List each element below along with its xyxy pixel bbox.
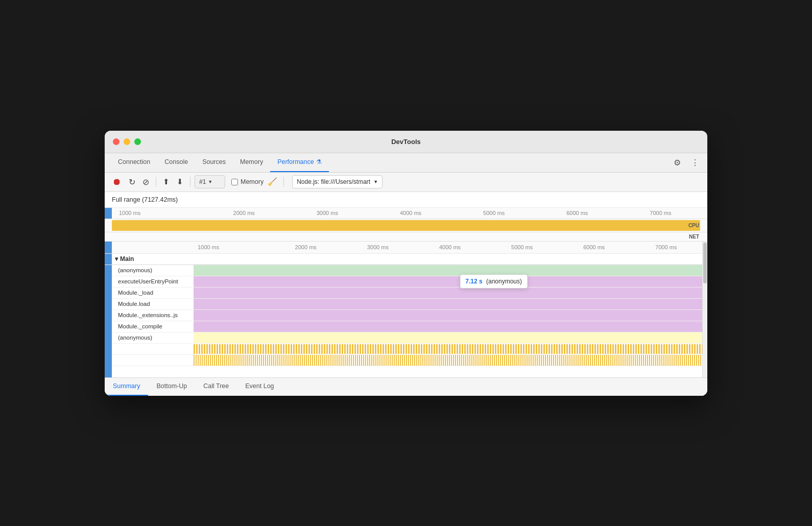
time-markers-row: 1000 ms 2000 ms 3000 ms 4000 ms 5000 ms … (105, 208, 707, 219)
performance-toolbar: ⏺ ↻ ⊘ ⬆ ⬇ #1 ▼ Memory 🧹 Node.js: file://… (105, 173, 707, 192)
main-content: Full range (7127.42ms) 1000 ms 2000 ms 3… (105, 192, 707, 396)
reload-record-button[interactable]: ↻ (126, 176, 138, 188)
tab-performance[interactable]: Performance ⚗ (270, 153, 329, 172)
net-label: NET (689, 234, 699, 240)
maximize-button[interactable] (134, 138, 141, 145)
memory-checkbox[interactable] (231, 179, 238, 185)
empty-track (194, 366, 702, 377)
module-compile-label: Module._compile (112, 321, 194, 332)
flame-time-header: 1000 ms 2000 ms 3000 ms 4000 ms 5000 ms … (105, 242, 707, 254)
mini2-label-space (112, 355, 194, 366)
module-load2-label: Module.load (112, 299, 194, 310)
vertical-scrollbar[interactable] (702, 242, 707, 377)
flame-tooltip: 7.12 s (anonymous) (460, 274, 528, 289)
flame-row-module-ext: Module._extensions..js (105, 310, 707, 321)
reload-icon: ↻ (129, 177, 135, 187)
module-load-track (194, 288, 702, 299)
module-load2-track (194, 299, 702, 310)
clear-button[interactable]: ⊘ (140, 176, 152, 188)
empty-row (105, 366, 707, 377)
bottom-tabs: Summary Bottom-Up Call Tree Event Log (105, 377, 707, 396)
anon1-left-accent (105, 265, 112, 276)
mini-bars-row1 (105, 344, 707, 355)
tab-event-log[interactable]: Event Log (237, 377, 282, 396)
minimize-button[interactable] (124, 138, 130, 145)
time-4000: 4000 ms (369, 210, 452, 216)
tab-sources[interactable]: Sources (195, 153, 233, 172)
close-button[interactable] (113, 138, 120, 145)
flame-time-2000: 2000 ms (270, 244, 342, 250)
upload-button[interactable]: ⬆ (160, 176, 172, 188)
record-button[interactable]: ⏺ (110, 175, 124, 189)
bottom-up-tab-label: Bottom-Up (156, 382, 187, 390)
mini-bars-fill1 (194, 344, 702, 354)
titlebar: DevTools (105, 131, 707, 153)
empty-label (112, 366, 194, 377)
time-3000: 3000 ms (285, 210, 369, 216)
flame-time-3000: 3000 ms (342, 244, 414, 250)
settings-button[interactable]: ⚙ (672, 157, 683, 169)
upload-icon: ⬆ (163, 177, 170, 186)
nav-tabs: Connection Console Sources Memory Perfor… (105, 153, 707, 173)
module-ext-label: Module._extensions..js (112, 310, 194, 321)
flame-row-module-compile: Module._compile (105, 321, 707, 332)
separator-1 (156, 177, 156, 187)
window-controls (113, 138, 141, 145)
memory-checkbox-label: Memory (241, 178, 264, 185)
tab-console-label: Console (164, 158, 188, 165)
mini-bars-fill2 (194, 355, 702, 366)
mini1-label-space (112, 344, 194, 355)
flame-left-accent (105, 242, 112, 253)
event-log-tab-label: Event Log (245, 382, 274, 390)
flame-time-6000: 6000 ms (558, 244, 630, 250)
module-ext-accent (105, 310, 112, 321)
cpu-fill (112, 220, 700, 231)
nav-right-actions: ⚙ ⋮ (672, 157, 701, 169)
tab-memory[interactable]: Memory (233, 153, 270, 172)
mini1-accent (105, 344, 112, 355)
flame-time-5000: 5000 ms (486, 244, 558, 250)
main-track (194, 254, 702, 265)
tab-call-tree[interactable]: Call Tree (195, 377, 237, 396)
cpu-label: CPU (688, 223, 699, 228)
session-selector[interactable]: #1 ▼ (195, 175, 225, 188)
flame-row-module-load2: Module.load (105, 299, 707, 310)
tab-bottom-up[interactable]: Bottom-Up (148, 377, 195, 396)
main-section-label: ▾ Main (112, 254, 194, 265)
summary-tab-label: Summary (113, 382, 140, 390)
tab-summary[interactable]: Summary (105, 377, 148, 396)
module-load2-accent (105, 299, 112, 310)
main-expand-icon[interactable]: ▾ (115, 255, 118, 262)
tab-memory-label: Memory (240, 158, 263, 165)
gc-button[interactable]: 🧹 (266, 176, 279, 187)
flame-chart-section: 1000 ms 2000 ms 3000 ms 4000 ms 5000 ms … (105, 242, 707, 377)
scrollbar-thumb[interactable] (703, 243, 707, 283)
tab-console[interactable]: Console (157, 153, 195, 172)
more-menu-button[interactable]: ⋮ (689, 157, 701, 169)
tab-sources-label: Sources (202, 158, 226, 165)
range-label: Full range (7127.42ms) (105, 192, 707, 208)
time-5000: 5000 ms (452, 210, 536, 216)
clear-icon: ⊘ (142, 177, 149, 187)
window-title: DevTools (391, 138, 421, 146)
module-load-label: Module._load (112, 288, 194, 299)
tab-connection[interactable]: Connection (111, 153, 157, 172)
flame-time-labels: 1000 ms 2000 ms 3000 ms 4000 ms 5000 ms … (194, 244, 702, 250)
execute-track: 7.12 s (anonymous) (194, 276, 702, 288)
node-target-selector[interactable]: Node.js: file:///Users/stmart ▼ (292, 175, 383, 188)
gc-icon: 🧹 (268, 177, 277, 186)
cpu-bar: CPU (105, 219, 707, 232)
flame-row-execute: executeUserEntryPoint 7.12 s (anonymous) (105, 276, 707, 288)
tooltip-time: 7.12 s (465, 278, 482, 285)
devtools-window: DevTools Connection Console Sources Memo… (105, 131, 707, 396)
main-left-accent (105, 254, 112, 265)
execute-label: executeUserEntryPoint (112, 276, 194, 288)
anon2-accent (105, 332, 112, 344)
anon1-track (194, 265, 702, 276)
node-dropdown-icon: ▼ (373, 179, 378, 184)
download-button[interactable]: ⬇ (174, 176, 186, 188)
session-dropdown-icon: ▼ (208, 179, 212, 184)
tooltip-label: (anonymous) (486, 278, 522, 285)
flame-row-anonymous2: (anonymous) (105, 332, 707, 344)
memory-checkbox-group: Memory (231, 178, 264, 185)
